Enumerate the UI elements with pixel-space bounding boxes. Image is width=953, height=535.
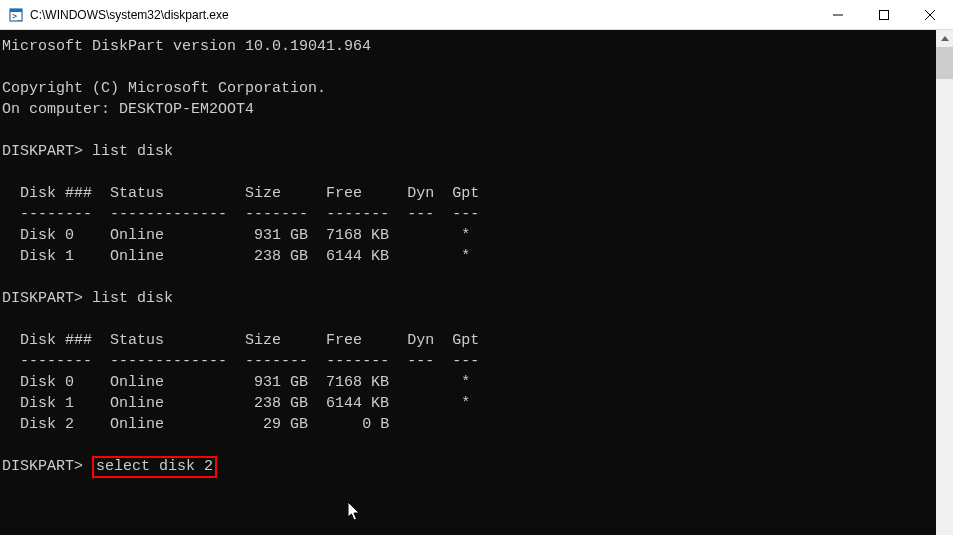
scroll-thumb[interactable]: [936, 47, 953, 79]
prompt: DISKPART>: [2, 458, 83, 475]
th-disk: Disk ###: [20, 185, 92, 202]
svg-text:>_: >_: [12, 12, 22, 21]
svg-marker-7: [941, 36, 949, 41]
maximize-button[interactable]: [861, 0, 907, 29]
prompt: DISKPART>: [2, 290, 83, 307]
th-status: Status: [110, 185, 164, 202]
scrollbar[interactable]: [936, 30, 953, 535]
th-status: Status: [110, 332, 164, 349]
app-icon: >_: [8, 7, 24, 23]
close-button[interactable]: [907, 0, 953, 29]
th-free: Free: [326, 185, 362, 202]
th-dyn: Dyn: [407, 185, 434, 202]
disk-row: Disk 2 Online 29 GB 0 B: [20, 416, 389, 433]
titlebar[interactable]: >_ C:\WINDOWS\system32\diskpart.exe: [0, 0, 953, 30]
disk-row: Disk 1 Online 238 GB 6144 KB *: [20, 395, 470, 412]
prompt: DISKPART>: [2, 143, 83, 160]
minimize-button[interactable]: [815, 0, 861, 29]
command: list disk: [92, 290, 173, 307]
disk-row: Disk 0 Online 931 GB 7168 KB *: [20, 374, 470, 391]
computer-line: On computer: DESKTOP-EM2OOT4: [2, 101, 254, 118]
th-gpt: Gpt: [452, 332, 479, 349]
command: list disk: [92, 143, 173, 160]
th-dyn: Dyn: [407, 332, 434, 349]
th-disk: Disk ###: [20, 332, 92, 349]
disk-row: Disk 1 Online 238 GB 6144 KB *: [20, 248, 470, 265]
disk-row: Disk 0 Online 931 GB 7168 KB *: [20, 227, 470, 244]
window-title: C:\WINDOWS\system32\diskpart.exe: [30, 8, 815, 22]
th-size: Size: [245, 332, 281, 349]
scroll-up-arrow[interactable]: [936, 30, 953, 47]
window-controls: [815, 0, 953, 29]
copyright-line: Copyright (C) Microsoft Corporation.: [2, 80, 326, 97]
th-free: Free: [326, 332, 362, 349]
th-size: Size: [245, 185, 281, 202]
highlighted-command: select disk 2: [92, 456, 217, 478]
th-gpt: Gpt: [452, 185, 479, 202]
terminal-output[interactable]: Microsoft DiskPart version 10.0.19041.96…: [0, 30, 953, 535]
version-line: Microsoft DiskPart version 10.0.19041.96…: [2, 38, 371, 55]
svg-rect-4: [880, 10, 889, 19]
